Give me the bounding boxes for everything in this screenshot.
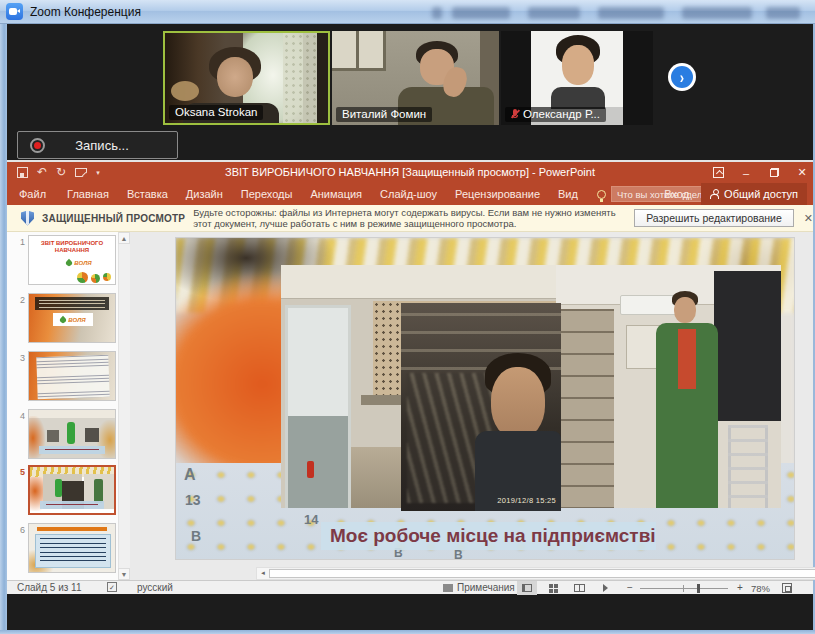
language-indicator[interactable]: русский <box>137 582 173 593</box>
panel-label: 13 <box>185 492 201 508</box>
thumb5-person <box>94 479 103 503</box>
panel-label: 14 <box>304 512 318 527</box>
slide-caption: Моє робоче місце на підприємстві <box>321 522 656 550</box>
zoom-slider-midpoint <box>683 585 684 592</box>
scroll-up-icon[interactable]: ▲ <box>118 232 130 244</box>
window-frame-bottom <box>0 630 815 634</box>
notes-icon <box>443 584 453 592</box>
person-face <box>491 367 545 439</box>
ppt-window-title: ЗВІТ ВИРОБНИЧОГО НАВЧАННЯ [Защищенный пр… <box>7 166 813 178</box>
slide-thumbnail-3[interactable] <box>28 351 116 401</box>
ppt-status-bar: Слайд 5 из 11 ✓ русский Примечания − + 7… <box>7 580 813 594</box>
pie-chart-decoration <box>103 273 111 281</box>
scroll-left-icon[interactable]: ◄ <box>257 568 269 579</box>
video-background <box>317 33 330 125</box>
thumb-number: 6 <box>13 525 25 535</box>
thumb-number: 2 <box>13 295 25 305</box>
slide-sorter-view-button[interactable] <box>543 581 563 595</box>
participant-name-label: Виталий Фомин <box>336 107 432 122</box>
window-frame-left <box>0 24 7 634</box>
zoom-titlebar[interactable]: Zoom Конференция <box>0 0 815 24</box>
tab-home[interactable]: Главная <box>58 183 118 205</box>
zoom-in-button[interactable]: + <box>737 582 743 593</box>
spell-check-icon[interactable]: ✓ <box>107 582 117 592</box>
slide-caption-text: Моє робоче місце на підприємстві <box>330 525 656 547</box>
participant-name-label: Oksana Strokan <box>169 105 263 120</box>
cat-shape <box>171 81 199 101</box>
record-button[interactable]: Запись... <box>17 131 178 159</box>
panel-label: A <box>184 466 196 484</box>
zoom-out-button[interactable]: − <box>627 582 633 593</box>
horizontal-scrollbar[interactable]: ◄ ► <box>256 567 815 580</box>
titlebar-blur-artifact <box>432 7 442 19</box>
record-label: Запись... <box>45 138 177 153</box>
photo-detail <box>281 265 556 299</box>
protected-view-bar: ЗАЩИЩЕННЫЙ ПРОСМОТР Будьте осторожны: фа… <box>7 205 813 232</box>
notes-label: Примечания <box>457 582 515 593</box>
photo-detail <box>626 325 660 369</box>
participant-video-oleksandr[interactable]: Олександр Р... <box>501 31 653 125</box>
sign-in-button[interactable]: Вход <box>664 188 689 200</box>
slide-thumbnail-4[interactable] <box>28 409 116 459</box>
participant-name: Виталий Фомин <box>342 108 426 120</box>
person-shirt <box>678 329 696 389</box>
tab-insert[interactable]: Вставка <box>118 183 177 205</box>
protected-view-label: ЗАЩИЩЕННЫЙ ПРОСМОТР <box>42 213 185 224</box>
protected-view-message: Будьте осторожны: файлы из Интернета мог… <box>193 207 622 229</box>
slide-thumbnail-1[interactable]: ЗВІТ ВИРОБНИЧОГО НАВЧАННЯ ВОЛЯ <box>28 235 116 285</box>
thumbnail-scrollbar[interactable]: ▲ ▼ <box>118 232 130 580</box>
ppt-titlebar[interactable]: ↶ ↻ ▾ ЗВІТ ВИРОБНИЧОГО НАВЧАННЯ [Защищен… <box>7 162 813 183</box>
participant-video-oksana[interactable]: Oksana Strokan <box>163 31 330 125</box>
powerpoint-window: ↶ ↻ ▾ ЗВІТ ВИРОБНИЧОГО НАВЧАННЯ [Защищен… <box>7 160 813 592</box>
volya-logo: ВОЛЯ <box>53 313 93 326</box>
participant-name-label: Олександр Р... <box>505 107 606 122</box>
tab-review[interactable]: Рецензирование <box>446 183 549 205</box>
reading-view-button[interactable] <box>569 581 589 595</box>
thumb4-caption <box>39 446 105 454</box>
zoom-slider-track[interactable] <box>640 588 728 589</box>
titlebar-blur-artifact <box>528 7 580 19</box>
slide-thumbnail-5-selected[interactable] <box>28 465 116 515</box>
window-title: Zoom Конференция <box>30 5 141 19</box>
person-face <box>674 297 696 323</box>
dismiss-warning-icon[interactable]: ✕ <box>804 212 813 225</box>
normal-view-button[interactable] <box>517 581 537 595</box>
slide-editing-area: A 13 B A 14 B B <box>130 232 813 580</box>
slide-thumbnail-2[interactable]: ВОЛЯ <box>28 293 116 343</box>
thumb-number: 4 <box>13 411 25 421</box>
restore-button[interactable] <box>767 166 781 180</box>
tab-animations[interactable]: Анимация <box>301 183 371 205</box>
tab-transitions[interactable]: Переходы <box>232 183 302 205</box>
curtain <box>283 33 317 125</box>
fit-to-window-button[interactable] <box>782 583 792 593</box>
zoom-percentage[interactable]: 78% <box>751 583 770 594</box>
slide-canvas: A 13 B A 14 B B <box>175 237 795 560</box>
thumb4-desk <box>47 430 59 442</box>
scroll-down-icon[interactable]: ▼ <box>118 568 130 580</box>
tab-file[interactable]: Файл <box>7 183 58 205</box>
ribbon-display-options-button[interactable] <box>711 166 725 180</box>
tab-view[interactable]: Вид <box>549 183 587 205</box>
tab-design[interactable]: Дизайн <box>177 183 232 205</box>
share-label: Общий доступ <box>724 188 798 200</box>
tab-slideshow[interactable]: Слайд-шоу <box>371 183 446 205</box>
zoom-conference-window: Zoom Конференция Oksana Strokan Виталий … <box>0 0 815 634</box>
panel-label: B <box>191 528 201 544</box>
notes-toggle[interactable]: Примечания <box>443 582 515 593</box>
participant-name: Олександр Р... <box>523 108 600 120</box>
next-participants-button[interactable]: › <box>668 63 696 91</box>
zoom-slider-thumb[interactable] <box>697 584 700 593</box>
share-button[interactable]: Общий доступ <box>701 183 807 205</box>
room-window <box>332 31 386 71</box>
participant-video-vitaliy[interactable]: Виталий Фомин <box>332 31 499 125</box>
camera-body <box>9 8 17 15</box>
thumb4-person <box>67 422 75 444</box>
horizontal-scroll-thumb[interactable] <box>269 569 815 578</box>
thumb-number-selected: 5 <box>13 467 25 477</box>
minimize-button[interactable]: – <box>739 166 753 180</box>
window-controls: – ✕ <box>711 162 809 183</box>
slide-thumbnail-6[interactable] <box>28 523 116 573</box>
enable-editing-button[interactable]: Разрешить редактирование <box>634 209 794 227</box>
close-button[interactable]: ✕ <box>795 166 809 180</box>
slideshow-view-button[interactable] <box>595 581 615 595</box>
